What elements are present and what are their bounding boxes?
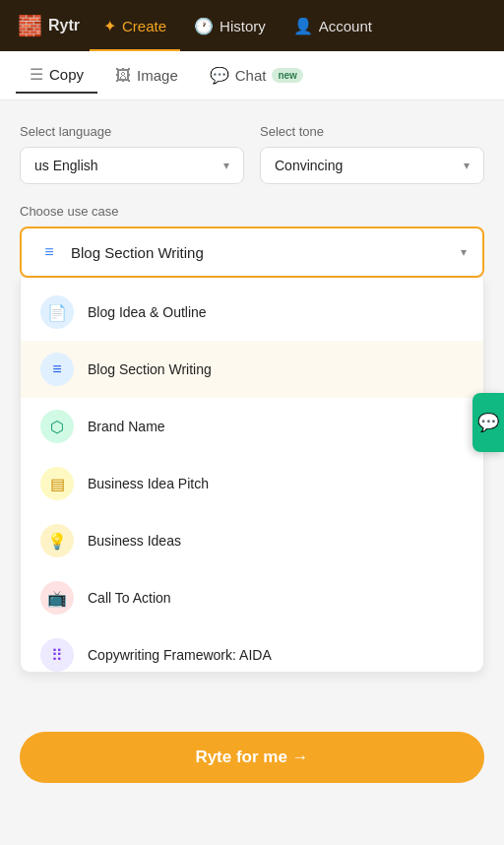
nav-account-label: Account — [319, 18, 372, 34]
copywriting-aida-icon: ⠿ — [40, 638, 74, 672]
float-chat-button[interactable]: 💬 — [472, 393, 504, 452]
language-group: Select language us English ▾ — [20, 124, 244, 184]
list-item-copywriting-aida[interactable]: ⠿ Copywriting Framework: AIDA — [21, 626, 483, 672]
chat-badge: new — [272, 68, 302, 83]
sub-nav-copy-label: Copy — [49, 66, 84, 83]
list-item-business-pitch[interactable]: ▤ Business Idea Pitch — [21, 455, 483, 512]
top-nav: 🧱 Rytr ✦ Create 🕐 History 👤 Account — [0, 0, 504, 51]
list-item-call-to-action[interactable]: 📺 Call To Action — [21, 569, 483, 626]
nav-history[interactable]: 🕐 History — [180, 0, 280, 51]
business-pitch-label: Business Idea Pitch — [88, 476, 209, 491]
image-icon: 🖼 — [115, 67, 131, 85]
language-arrow-icon: ▾ — [223, 159, 229, 172]
business-ideas-label: Business Ideas — [88, 533, 181, 549]
use-case-dropdown-list: 📄 Blog Idea & Outline ≡ Blog Section Wri… — [20, 278, 484, 673]
blog-idea-label: Blog Idea & Outline — [88, 304, 207, 320]
blog-section-icon: ≡ — [40, 353, 74, 386]
language-label: Select language — [20, 124, 244, 139]
logo[interactable]: 🧱 Rytr — [8, 14, 90, 37]
use-case-arrow-icon: ▾ — [461, 245, 467, 259]
use-case-label: Choose use case — [20, 204, 484, 219]
list-item-brand-name[interactable]: ⬡ Brand Name — [21, 398, 483, 455]
tone-label: Select tone — [260, 124, 484, 139]
business-ideas-icon: 💡 — [40, 524, 74, 557]
list-item-blog-idea[interactable]: 📄 Blog Idea & Outline — [21, 284, 483, 341]
ryte-button-label: Ryte for me → — [195, 748, 308, 767]
sub-nav: ☰ Copy 🖼 Image 💬 Chat new — [0, 51, 504, 100]
sub-nav-image[interactable]: 🖼 Image — [101, 59, 192, 93]
brand-name-label: Brand Name — [88, 419, 165, 434]
use-case-icon: ≡ — [37, 240, 61, 264]
sub-nav-chat[interactable]: 💬 Chat new — [196, 58, 317, 93]
tone-dropdown[interactable]: Convincing ▾ — [260, 147, 484, 184]
nav-create-label: Create — [122, 18, 166, 34]
dropdown-list-inner[interactable]: 📄 Blog Idea & Outline ≡ Blog Section Wri… — [21, 278, 483, 672]
list-item-business-ideas[interactable]: 💡 Business Ideas — [21, 512, 483, 569]
tone-value: Convincing — [275, 158, 343, 173]
logo-icon: 🧱 — [18, 14, 42, 37]
tone-arrow-icon: ▾ — [464, 159, 470, 172]
account-icon: 👤 — [293, 17, 313, 35]
sub-nav-copy[interactable]: ☰ Copy — [16, 57, 97, 94]
use-case-value: Blog Section Writing — [71, 244, 204, 261]
copywriting-aida-label: Copywriting Framework: AIDA — [88, 647, 272, 663]
brand-name-icon: ⬡ — [40, 410, 74, 443]
language-dropdown[interactable]: us English ▾ — [20, 147, 244, 184]
main-content: Select language us English ▾ Select tone… — [0, 100, 504, 716]
history-icon: 🕐 — [194, 17, 214, 35]
business-pitch-icon: ▤ — [40, 467, 74, 500]
nav-history-label: History — [220, 18, 266, 34]
language-value: us English — [34, 158, 98, 173]
use-case-dropdown[interactable]: ≡ Blog Section Writing ▾ — [20, 227, 484, 278]
sub-nav-image-label: Image — [137, 67, 178, 84]
sub-nav-chat-label: Chat — [235, 67, 267, 84]
use-case-left: ≡ Blog Section Writing — [37, 240, 204, 264]
blog-idea-icon: 📄 — [40, 295, 74, 329]
selectors-row: Select language us English ▾ Select tone… — [20, 124, 484, 184]
copy-icon: ☰ — [30, 65, 43, 84]
chat-icon: 💬 — [210, 66, 229, 85]
logo-text: Rytr — [48, 17, 80, 34]
ryte-button[interactable]: Ryte for me → — [20, 732, 484, 783]
list-item-blog-section[interactable]: ≡ Blog Section Writing — [21, 341, 483, 398]
blog-section-label: Blog Section Writing — [88, 361, 212, 377]
create-icon: ✦ — [103, 17, 116, 35]
bottom-area: Ryte for me → — [0, 716, 504, 803]
call-to-action-icon: 📺 — [40, 581, 74, 615]
nav-account[interactable]: 👤 Account — [280, 0, 386, 51]
nav-create[interactable]: ✦ Create — [90, 0, 180, 51]
tone-group: Select tone Convincing ▾ — [260, 124, 484, 184]
call-to-action-label: Call To Action — [88, 590, 171, 606]
